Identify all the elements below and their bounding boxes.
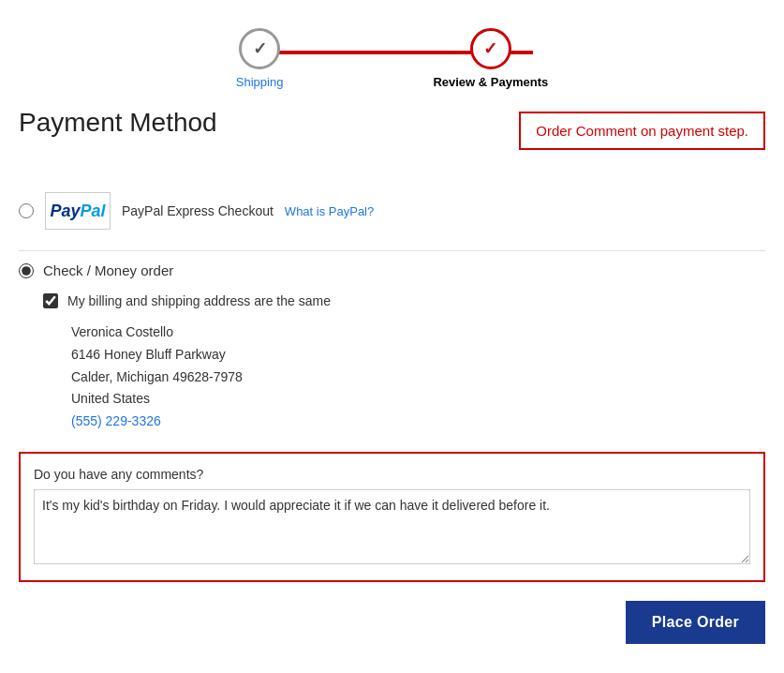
header-row: Payment Method Order Comment on payment … [19, 108, 765, 160]
review-circle: ✓ [470, 28, 511, 69]
billing-phone[interactable]: (555) 229-3326 [71, 413, 161, 428]
billing-country: United States [71, 388, 765, 411]
what-is-paypal-link[interactable]: What is PayPal? [285, 204, 374, 218]
address-block: Veronica Costello 6146 Honey Bluff Parkw… [71, 322, 765, 433]
paypal-logo: PayPal [50, 202, 105, 221]
place-order-row: Place Order [19, 601, 765, 644]
divider [19, 250, 765, 251]
place-order-button[interactable]: Place Order [626, 601, 765, 644]
billing-checkbox-label: My billing and shipping address are the … [67, 293, 331, 308]
shipping-checkmark: ✓ [253, 38, 267, 59]
check-money-label: Check / Money order [43, 262, 173, 278]
paypal-logo-right: Pal [81, 202, 106, 220]
check-radio[interactable] [19, 263, 34, 278]
progress-steps: ✓ Shipping ✓ Review & Payments [236, 28, 548, 89]
review-checkmark: ✓ [483, 38, 497, 59]
page-title: Payment Method [19, 108, 519, 138]
paypal-logo-box: PayPal [45, 192, 111, 230]
paypal-label: PayPal Express Checkout [122, 203, 274, 218]
billing-checkbox-row: My billing and shipping address are the … [43, 293, 765, 308]
check-money-row: Check / Money order [19, 262, 765, 278]
paypal-option: PayPal PayPal Express Checkout What is P… [19, 183, 765, 239]
review-label: Review & Payments [433, 75, 548, 89]
step-shipping: ✓ Shipping [236, 28, 284, 89]
billing-street: 6146 Honey Bluff Parkway [71, 344, 765, 366]
comments-textarea[interactable] [34, 489, 750, 564]
billing-city-state-zip: Calder, Michigan 49628-7978 [71, 366, 765, 389]
order-comment-box: Order Comment on payment step. [519, 112, 765, 150]
billing-same-checkbox[interactable] [43, 293, 58, 308]
paypal-logo-left: Pay [50, 202, 80, 220]
billing-name: Veronica Costello [71, 322, 765, 344]
comments-label: Do you have any comments? [34, 467, 750, 482]
shipping-circle: ✓ [239, 28, 280, 69]
progress-bar: ✓ Shipping ✓ Review & Payments [19, 19, 765, 108]
paypal-radio[interactable] [19, 203, 34, 218]
comments-section: Do you have any comments? [19, 452, 765, 582]
shipping-label: Shipping [236, 75, 284, 89]
step-review: ✓ Review & Payments [433, 28, 548, 89]
